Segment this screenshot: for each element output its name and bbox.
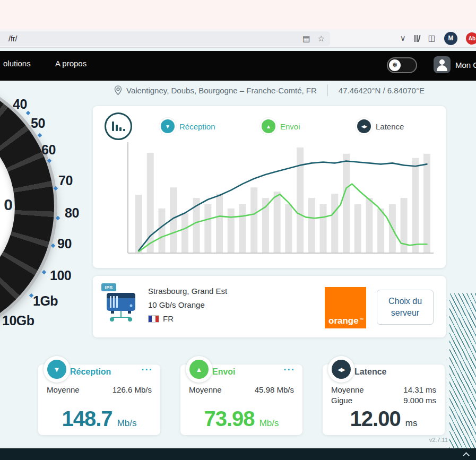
gauge-center-value: 0 [4, 196, 13, 214]
envoi-result-card: ▲ Envoi ... Moyenne45.98 Mb/s 73.98Mb/s [180, 364, 302, 435]
latence-card-icon: ◀▶ [328, 356, 354, 383]
server-country: FR [163, 314, 174, 323]
browser-tab-strip [0, 0, 476, 29]
version-label: v2.7.11 [429, 437, 448, 443]
reception-card-icon: ▼ [44, 356, 70, 383]
nav-item-a-propos[interactable]: A propos [55, 59, 86, 68]
bar-chart-icon [112, 121, 114, 131]
chart-card: ▼ Réception ▲ Envoi ◀▶ Latence [93, 106, 446, 268]
legend-envoi[interactable]: ▲ Envoi [262, 119, 300, 134]
chevron-up-icon[interactable] [463, 452, 470, 459]
latence-big-value: 12.00ms [323, 407, 445, 431]
chart-type-button[interactable] [105, 112, 132, 140]
envoi-up-icon: ▲ [262, 119, 275, 133]
gauge-label-50: 50 [31, 116, 45, 131]
gauge-tick [26, 111, 30, 115]
library-icon[interactable] [414, 34, 420, 42]
speedtest-page: /fr/ ▤ ☆ ∨ ◫ M Ab olutions A propos ❄ Mo… [0, 0, 476, 460]
gauge-label-70: 70 [58, 173, 73, 188]
gauge-label-80: 80 [65, 205, 79, 221]
bottom-bar [0, 448, 476, 460]
gauge-tick [38, 133, 42, 137]
site-navbar: olutions A propos ❄ Mon C [0, 51, 476, 81]
reception-result-card: ▼ Réception ... Moyenne126.6 Mb/s 148.7M… [38, 364, 160, 435]
map-pin-icon [114, 85, 122, 96]
sidebar-icon[interactable]: ◫ [428, 33, 436, 43]
gauge-label-100: 100 [50, 268, 71, 283]
envoi-big-value: 73.98Mb/s [180, 407, 302, 431]
envoi-average-row: Moyenne45.98 Mb/s [189, 385, 294, 395]
gauge-tick [51, 244, 55, 248]
envoi-card-title: Envoi [212, 367, 236, 377]
legend-latence[interactable]: ◀▶ Latence [357, 119, 404, 134]
envoi-card-icon: ▲ [186, 356, 212, 383]
latence-card-title: Latence [354, 367, 386, 377]
snowflake-icon: ❄ [389, 59, 401, 71]
latence-average-row: Moyenne14.31 ms [331, 385, 436, 395]
gauge-tick [54, 186, 58, 190]
gauge-label-90: 90 [57, 236, 72, 251]
gauge-label-40: 40 [13, 97, 27, 112]
server-card: IPS Strasbourg, Grand Est 10 Gb/s Orange… [93, 276, 446, 337]
reception-card-title: Réception [70, 367, 111, 377]
server-line: 10 Gb/s Orange [148, 300, 227, 309]
reader-mode-icon[interactable]: ▤ [302, 34, 310, 44]
account-avatar[interactable]: M [444, 32, 457, 45]
nav-item-solutions[interactable]: olutions [3, 59, 31, 68]
location-coordinates: 47.46420°N / 6.84070°E [339, 86, 425, 95]
legend-reception[interactable]: ▼ Réception [161, 119, 215, 134]
france-flag-icon [148, 315, 159, 323]
url-bar[interactable]: /fr/ ▤ ☆ [0, 31, 330, 46]
latence-arrows-icon: ◀▶ [357, 119, 371, 133]
bookmark-star-icon[interactable]: ☆ [318, 34, 325, 44]
account-button[interactable] [434, 56, 451, 73]
gauge-label-60: 60 [41, 142, 56, 158]
location-bar: Valentigney, Doubs, Bourgogne – Franche-… [93, 82, 446, 99]
reception-down-icon: ▼ [161, 119, 175, 133]
reception-average-row: Moyenne126.6 Mb/s [47, 385, 152, 395]
reception-big-value: 148.7Mb/s [38, 407, 160, 431]
pocket-icon[interactable]: ∨ [400, 33, 406, 43]
person-icon [439, 59, 445, 65]
speed-chart [127, 141, 434, 254]
location-text: Valentigney, Doubs, Bourgogne – Franche-… [126, 86, 317, 95]
reception-card-menu[interactable]: ... [141, 361, 153, 373]
legend-reception-label: Réception [179, 122, 215, 131]
latence-jitter-row: Gigue9.000 ms [331, 395, 436, 406]
gauge-label-1gb: 1Gb [33, 293, 58, 309]
gauge-label-10gb: 10Gb [2, 313, 34, 328]
browser-toolbar: /fr/ ▤ ☆ ∨ ◫ M Ab [0, 29, 476, 48]
gauge-tick [42, 270, 46, 274]
location-divider [327, 84, 328, 96]
svg-text:IPS: IPS [105, 285, 113, 290]
theme-toggle[interactable]: ❄ [387, 57, 417, 73]
decorative-stripes [449, 293, 476, 448]
adblock-extension-icon[interactable]: Ab [466, 32, 476, 45]
server-icon: IPS [100, 282, 142, 326]
envoi-card-menu[interactable]: ... [283, 361, 295, 373]
gauge-tick [56, 216, 60, 220]
orange-logo: orange ™ [325, 287, 366, 328]
server-choice-button[interactable]: Choix du serveur [377, 290, 434, 325]
legend-envoi-label: Envoi [280, 122, 300, 131]
server-city: Strasbourg, Grand Est [148, 287, 227, 296]
account-label[interactable]: Mon C [455, 60, 476, 70]
legend-latence-label: Latence [376, 122, 404, 131]
latence-result-card: ◀▶ Latence Moyenne14.31 ms Gigue9.000 ms… [323, 364, 445, 435]
url-text[interactable]: /fr/ [8, 34, 17, 43]
gauge-tick [47, 159, 51, 163]
